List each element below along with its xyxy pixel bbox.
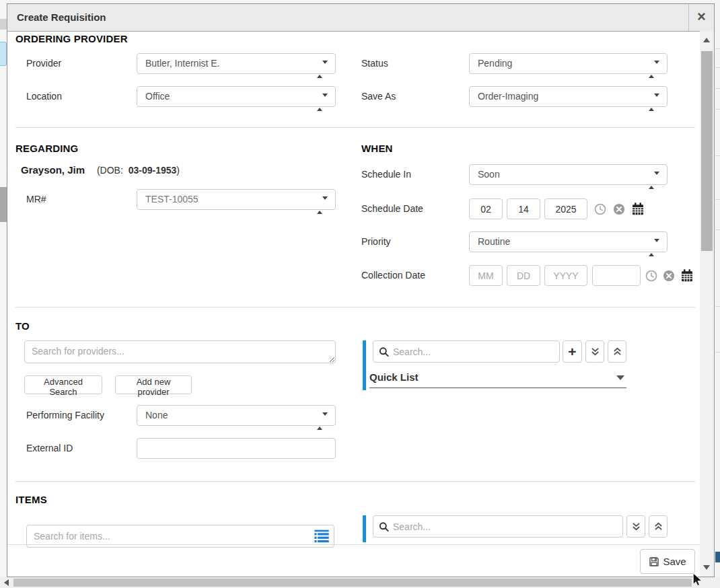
schedule-in-select[interactable]: Soon xyxy=(469,164,668,185)
select-caret-icon xyxy=(649,93,659,112)
background-line xyxy=(715,109,720,110)
save-as-select-value: Order-Imaging xyxy=(478,91,538,102)
status-label: Status xyxy=(361,53,388,74)
provider-quick-search-input[interactable] xyxy=(393,342,556,361)
priority-select[interactable]: Routine xyxy=(469,231,668,252)
ordering-provider-heading: ORDERING PROVIDER xyxy=(15,33,128,44)
location-select[interactable]: Office xyxy=(137,86,336,107)
regarding-heading: REGARDING xyxy=(15,143,78,154)
background-line xyxy=(715,67,720,68)
scroll-up-icon[interactable] xyxy=(703,38,710,42)
select-caret-icon xyxy=(317,60,328,79)
save-icon xyxy=(649,556,659,567)
expand-all-button[interactable] xyxy=(585,340,604,363)
clock-icon[interactable] xyxy=(594,203,606,215)
priority-select-value: Routine xyxy=(478,236,510,247)
background-gray-panel-fragment xyxy=(0,187,7,222)
quick-list-header[interactable]: Quick List xyxy=(369,371,419,383)
performing-facility-label: Performing Facility xyxy=(26,405,104,426)
search-icon xyxy=(379,521,389,531)
chevron-double-down-icon xyxy=(632,522,641,531)
section-divider xyxy=(15,127,695,128)
background-blue-button-fragment xyxy=(0,42,7,66)
advanced-search-button[interactable]: Advanced Search xyxy=(24,375,102,394)
collection-date-day-input[interactable] xyxy=(507,265,540,286)
background-line xyxy=(715,199,720,200)
performing-facility-select[interactable]: None xyxy=(137,405,336,426)
schedule-in-select-value: Soon xyxy=(478,169,500,180)
provider-search-textarea[interactable] xyxy=(24,340,336,363)
save-button[interactable]: Save xyxy=(640,549,695,574)
schedule-in-label: Schedule In xyxy=(361,164,411,185)
chevron-double-up-icon xyxy=(654,522,663,531)
patient-line: Grayson, Jim (DOB: 03-09-1953) xyxy=(21,164,180,176)
schedule-date-day-input[interactable] xyxy=(507,198,540,219)
calendar-icon[interactable] xyxy=(680,268,694,283)
vertical-scrollbar-thumb[interactable] xyxy=(701,51,713,251)
background-line xyxy=(715,88,720,89)
save-button-label: Save xyxy=(663,556,686,567)
plus-icon: + xyxy=(568,344,576,360)
items-expand-all-button[interactable] xyxy=(626,515,645,538)
select-caret-icon xyxy=(317,196,328,215)
collection-date-month-input[interactable] xyxy=(469,265,503,286)
collapse-all-button[interactable] xyxy=(608,340,626,363)
external-id-label: External ID xyxy=(26,438,73,459)
items-quick-search[interactable] xyxy=(373,515,623,538)
provider-quick-search[interactable] xyxy=(373,340,560,363)
horizontal-scrollbar[interactable] xyxy=(0,577,720,588)
items-collapse-all-button[interactable] xyxy=(649,515,668,538)
clear-date-icon[interactable] xyxy=(663,270,675,282)
performing-facility-select-value: None xyxy=(145,410,168,420)
dialog-titlebar: Create Requisition × xyxy=(7,4,714,32)
schedule-date-label: Schedule Date xyxy=(361,198,423,219)
status-select[interactable]: Pending xyxy=(469,53,668,74)
footer-divider xyxy=(7,544,700,545)
external-id-input[interactable] xyxy=(137,438,336,459)
collection-time-input[interactable] xyxy=(592,265,641,286)
vertical-scrollbar[interactable] xyxy=(700,31,714,577)
clear-date-icon[interactable] xyxy=(613,203,625,215)
calendar-icon[interactable] xyxy=(631,202,645,216)
location-label: Location xyxy=(26,86,62,107)
add-new-provider-button[interactable]: Add new provider xyxy=(115,375,192,394)
select-caret-icon xyxy=(317,93,328,112)
collection-date-label: Collection Date xyxy=(361,265,425,286)
item-list-icon[interactable] xyxy=(314,529,330,543)
background-right-strip xyxy=(715,0,720,577)
chevron-double-down-icon xyxy=(591,347,600,356)
mr-select[interactable]: TEST-10055 xyxy=(137,189,336,210)
background-page xyxy=(0,0,7,577)
provider-select-value: Butler, Internist E. xyxy=(145,58,220,69)
scroll-down-icon[interactable] xyxy=(703,565,710,570)
section-divider xyxy=(15,307,695,307)
chevron-double-up-icon xyxy=(613,347,622,356)
background-line xyxy=(715,352,720,353)
mr-label: MR# xyxy=(26,189,46,210)
collection-date-year-input[interactable] xyxy=(544,265,587,286)
add-to-quick-list-button[interactable]: + xyxy=(563,340,582,363)
dob-value: 03-09-1953 xyxy=(129,165,177,176)
quick-list-underline xyxy=(369,388,626,388)
clock-icon[interactable] xyxy=(645,270,657,282)
save-as-select[interactable]: Order-Imaging xyxy=(469,86,668,107)
mouse-cursor xyxy=(692,573,703,587)
close-icon[interactable]: × xyxy=(688,4,714,31)
items-quick-search-input[interactable] xyxy=(393,517,620,536)
items-quick-list-accent-bar xyxy=(363,515,366,542)
scroll-left-icon[interactable] xyxy=(4,579,9,586)
background-line xyxy=(715,306,720,307)
when-heading: WHEN xyxy=(361,143,393,154)
quick-list-caret-icon[interactable] xyxy=(616,375,624,380)
create-requisition-dialog: Create Requisition × ORDERING PROVIDER P… xyxy=(7,3,715,577)
schedule-date-month-input[interactable] xyxy=(469,198,503,219)
status-select-value: Pending xyxy=(478,58,512,69)
background-toolbar-fragment xyxy=(0,19,7,30)
horizontal-scrollbar-thumb[interactable] xyxy=(13,579,692,587)
save-as-label: Save As xyxy=(361,86,396,107)
priority-label: Priority xyxy=(361,231,391,252)
schedule-date-year-input[interactable] xyxy=(544,198,587,219)
background-blue-mark xyxy=(715,552,720,562)
to-heading: TO xyxy=(15,320,30,332)
provider-select[interactable]: Butler, Internist E. xyxy=(137,53,336,74)
